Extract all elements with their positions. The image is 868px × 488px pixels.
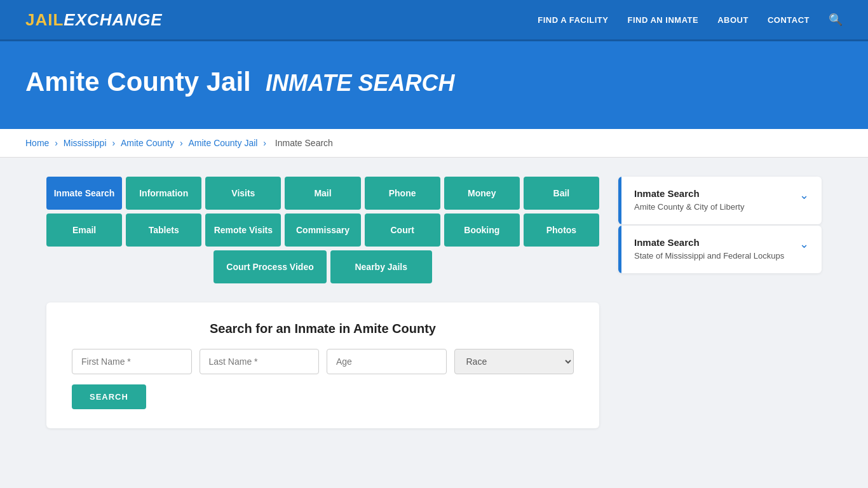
sidebar-card-local-title: Inmate Search <box>634 188 744 199</box>
nav-contact[interactable]: CONTACT <box>768 15 810 25</box>
breadcrumb-jail[interactable]: Amite County Jail <box>188 138 257 148</box>
sidebar-card-state-header[interactable]: Inmate Search State of Mississippi and F… <box>618 226 822 273</box>
sidebar-card-local-header[interactable]: Inmate Search Amite County & City of Lib… <box>618 177 822 224</box>
logo-jail: JAIL <box>25 10 64 29</box>
tab-remote-visits[interactable]: Remote Visits <box>205 214 281 247</box>
logo[interactable]: JAILEXCHANGE <box>25 10 163 30</box>
breadcrumb-sep-4: › <box>263 138 269 148</box>
sidebar-card-local-subtitle: Amite County & City of Liberty <box>634 201 744 213</box>
first-name-input[interactable] <box>72 349 192 374</box>
breadcrumb-current: Inmate Search <box>275 138 333 148</box>
tab-commissary[interactable]: Commissary <box>285 214 360 247</box>
sidebar-card-local: Inmate Search Amite County & City of Lib… <box>618 177 822 224</box>
sidebar-card-state-subtitle: State of Mississippi and Federal Lockups <box>634 250 784 262</box>
sidebar-card-local-text: Inmate Search Amite County & City of Lib… <box>634 188 744 213</box>
sidebar-card-state-text: Inmate Search State of Mississippi and F… <box>634 237 784 262</box>
search-form-title: Search for an Inmate in Amite County <box>72 322 574 336</box>
breadcrumb-county[interactable]: Amite County <box>121 138 174 148</box>
tab-phone[interactable]: Phone <box>365 177 440 210</box>
breadcrumb-home[interactable]: Home <box>25 138 49 148</box>
age-input[interactable] <box>327 349 447 374</box>
logo-exchange: EXCHANGE <box>64 10 162 29</box>
tabs-row3: Court Process Video Nearby Jails <box>46 250 599 283</box>
breadcrumb-state[interactable]: Mississippi <box>64 138 107 148</box>
tab-court[interactable]: Court <box>365 214 440 247</box>
sidebar-card-state: Inmate Search State of Mississippi and F… <box>618 226 822 273</box>
search-button[interactable]: SEARCH <box>72 384 146 409</box>
navbar: JAILEXCHANGE FIND A FACILITY FIND AN INM… <box>0 0 868 41</box>
nav-links: FIND A FACILITY FIND AN INMATE ABOUT CON… <box>538 13 843 27</box>
tab-mail[interactable]: Mail <box>285 177 360 210</box>
chevron-down-icon: ⌄ <box>799 188 809 202</box>
breadcrumb-sep-3: › <box>180 138 186 148</box>
main-container: Inmate Search Information Visits Mail Ph… <box>21 158 847 447</box>
tab-booking[interactable]: Booking <box>444 214 520 247</box>
content-area: Inmate Search Information Visits Mail Ph… <box>46 177 599 428</box>
sidebar-card-state-title: Inmate Search <box>634 237 784 248</box>
breadcrumb-sep-1: › <box>55 138 60 148</box>
hero-title-main: Amite County Jail <box>25 67 251 97</box>
page-title: Amite County Jail INMATE SEARCH <box>25 67 843 97</box>
last-name-input[interactable] <box>200 349 320 374</box>
tab-photos[interactable]: Photos <box>524 214 599 247</box>
nav-find-facility[interactable]: FIND A FACILITY <box>538 15 608 25</box>
nav-about[interactable]: ABOUT <box>717 15 749 25</box>
search-form: Search for an Inmate in Amite County Rac… <box>46 302 599 428</box>
breadcrumb-sep-2: › <box>112 138 118 148</box>
sidebar: Inmate Search Amite County & City of Lib… <box>618 177 822 428</box>
chevron-down-icon-2: ⌄ <box>799 237 809 251</box>
tab-nearby-jails[interactable]: Nearby Jails <box>330 250 432 283</box>
tabs-row1: Inmate Search Information Visits Mail Ph… <box>46 177 599 210</box>
hero-banner: Amite County Jail INMATE SEARCH <box>0 41 868 129</box>
tab-court-video[interactable]: Court Process Video <box>214 250 326 283</box>
tab-visits[interactable]: Visits <box>205 177 281 210</box>
race-select[interactable]: Race White Black Hispanic Asian Other <box>454 349 574 374</box>
tab-tablets[interactable]: Tablets <box>126 214 201 247</box>
tab-bail[interactable]: Bail <box>524 177 599 210</box>
tab-information[interactable]: Information <box>126 177 201 210</box>
search-fields-row: Race White Black Hispanic Asian Other <box>72 349 574 374</box>
nav-find-inmate[interactable]: FIND AN INMATE <box>627 15 698 25</box>
tab-inmate-search[interactable]: Inmate Search <box>46 177 122 210</box>
tab-email[interactable]: Email <box>46 214 122 247</box>
tabs-row2: Email Tablets Remote Visits Commissary C… <box>46 214 599 247</box>
tab-money[interactable]: Money <box>444 177 520 210</box>
breadcrumb: Home › Mississippi › Amite County › Amit… <box>0 129 868 158</box>
search-icon[interactable]: 🔍 <box>829 13 843 27</box>
hero-title-italic: INMATE SEARCH <box>266 70 454 96</box>
